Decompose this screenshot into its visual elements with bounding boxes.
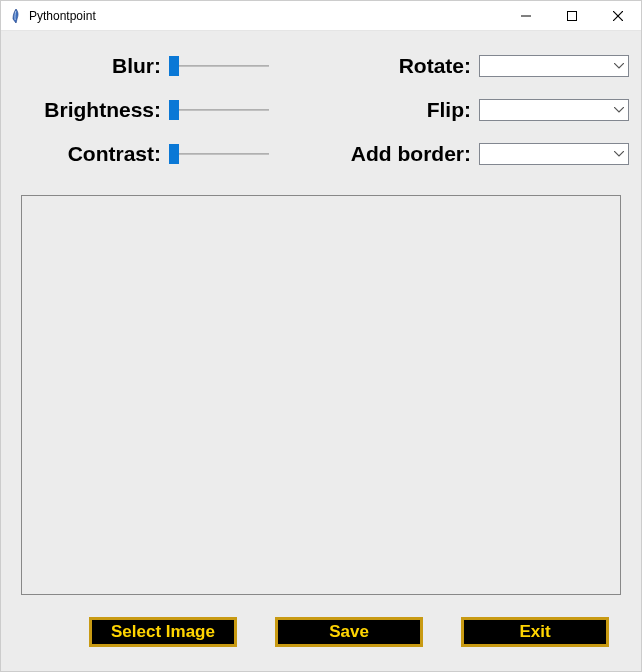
flip-combobox[interactable] (479, 99, 629, 121)
app-window: Pythontpoint Blur: (0, 0, 642, 672)
button-label: Exit (519, 622, 550, 642)
add-border-label: Add border: (299, 142, 479, 166)
button-row: Select Image Save Exit (19, 617, 623, 647)
brightness-label: Brightness: (19, 98, 169, 122)
svg-rect-1 (568, 11, 577, 20)
slider-thumb[interactable] (169, 100, 179, 120)
client-area: Blur: Rotate: Brightness: (1, 31, 641, 671)
brightness-slider[interactable] (169, 100, 269, 120)
maximize-button[interactable] (549, 1, 595, 30)
image-canvas (21, 195, 621, 595)
contrast-label: Contrast: (19, 142, 169, 166)
chevron-down-icon (614, 107, 624, 113)
chevron-down-icon (614, 151, 624, 157)
blur-label: Blur: (19, 54, 169, 78)
blur-slider[interactable] (169, 56, 269, 76)
button-label: Save (329, 622, 369, 642)
slider-thumb[interactable] (169, 56, 179, 76)
slider-thumb[interactable] (169, 144, 179, 164)
chevron-down-icon (614, 63, 624, 69)
save-button[interactable]: Save (275, 617, 423, 647)
rotate-combobox[interactable] (479, 55, 629, 77)
rotate-label: Rotate: (299, 54, 479, 78)
select-image-button[interactable]: Select Image (89, 617, 237, 647)
button-label: Select Image (111, 622, 215, 642)
titlebar-controls (503, 1, 641, 30)
slider-track (169, 153, 269, 155)
controls-grid: Blur: Rotate: Brightness: (19, 45, 623, 175)
app-feather-icon (9, 8, 23, 24)
svg-line-3 (613, 11, 623, 21)
exit-button[interactable]: Exit (461, 617, 609, 647)
slider-track (169, 109, 269, 111)
window-title: Pythontpoint (29, 9, 96, 23)
minimize-button[interactable] (503, 1, 549, 30)
svg-line-2 (613, 11, 623, 21)
add-border-combobox[interactable] (479, 143, 629, 165)
close-button[interactable] (595, 1, 641, 30)
titlebar: Pythontpoint (1, 1, 641, 31)
contrast-slider[interactable] (169, 144, 269, 164)
flip-label: Flip: (299, 98, 479, 122)
titlebar-left: Pythontpoint (9, 8, 96, 24)
slider-track (169, 65, 269, 67)
